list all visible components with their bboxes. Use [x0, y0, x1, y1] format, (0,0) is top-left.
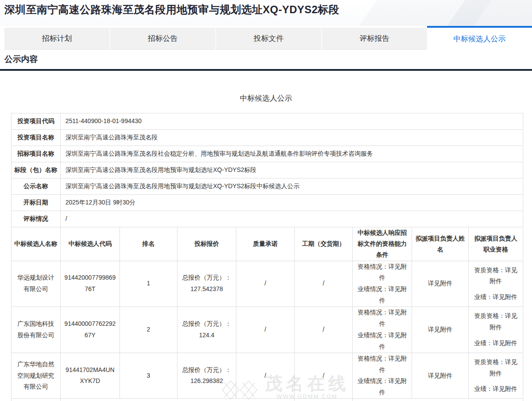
table-row: 公示名称 深圳至南宁高速公路珠海至茂名段用地预审与规划选址XQ-YDYS2标段中… — [11, 179, 523, 195]
qualification-line: 资格情况：详见附件 — [356, 307, 409, 330]
pm-performance-line: 业绩：详见附件 — [472, 383, 520, 395]
page-header: 深圳至南宁高速公路珠海至茂名段用地预审与规划选址XQ-YDYS2标段 — [0, 0, 532, 26]
info-label: 标段（包）名称 — [11, 162, 61, 179]
performance-line: 业绩情况：详见附件 — [356, 284, 409, 306]
pm-qualification-line: 资质资格：详见附件 — [472, 310, 520, 333]
tab-bid-documents[interactable]: 投标文件 — [215, 28, 321, 50]
pm-performance-line: 业绩：详见附件 — [472, 292, 520, 303]
table-row: 投资项目代码 2511-440900-18-01-994430 — [11, 113, 523, 130]
bid-price-cell: 总报价（万元）： 126.298382 — [177, 353, 236, 399]
column-header: 投标报价 — [177, 227, 236, 261]
qualification-cell: 资格情况：详见附件 业绩情况：详见附件 — [353, 261, 412, 307]
section-title: 公示内容 — [4, 54, 532, 65]
info-label: 投资项目代码 — [11, 113, 61, 130]
column-header: 中标候选人响应招标文件的资格能力条件 — [353, 227, 412, 261]
quality-commitment: / — [236, 353, 295, 399]
column-header: 工期（交货期） — [295, 227, 353, 261]
pm-qualification-cell: 资质资格：详见附件 业绩：详见附件 — [469, 307, 523, 353]
qualification-line: 资格情况：详见附件 — [356, 261, 409, 284]
qualification-cell: 资格情况：详见附件 业绩情况：详见附件 — [353, 353, 412, 399]
column-header: 中标候选人名称 — [11, 227, 61, 261]
bid-price-cell: 总报价（万元）： 124.4 — [177, 307, 236, 353]
quality-commitment: / — [236, 261, 295, 307]
contact-address-value: 广东省广州市天河区珠江东路32号 — [353, 399, 523, 401]
performance-line: 业绩情况：详见附件 — [356, 375, 409, 398]
pm-qualification-line: 资质资格：详见附件 — [472, 265, 520, 288]
table-row: 招标项目名称 深圳至南宁高速公路珠海至茂名段社会稳定分析、用地预审与规划选址及航… — [11, 146, 523, 162]
column-header: 中标候选人代码 — [61, 227, 120, 261]
candidate-row: 华远规划设计有限公司 91442000779986976T 1 总报价（万元）：… — [11, 261, 523, 307]
table-row: 异议受理部门 广东省政府还贷高速公路管理中心 联系地址 广东省广州市天河区珠江东… — [11, 399, 523, 401]
page-title: 深圳至南宁高速公路珠海至茂名段用地预审与规划选址XQ-YDYS2标段 — [4, 3, 339, 17]
candidate-code: 91441702MA4UNXYK7D — [61, 353, 120, 399]
candidate-name: 华远规划设计有限公司 — [11, 261, 61, 307]
info-label: 开标日期 — [11, 195, 61, 211]
info-value: 深圳至南宁高速公路珠海至茂名段社会稳定分析、用地预审与规划选址及航道通航条件影响… — [61, 146, 523, 162]
tab-bid-notice[interactable]: 招标公告 — [109, 28, 215, 50]
info-value: 2511-440900-18-01-994430 — [61, 113, 523, 130]
candidate-row: 广东华地自然空间规划研究有限公司 91441702MA4UNXYK7D 3 总报… — [11, 353, 523, 399]
info-label: 评标情况 — [11, 211, 61, 227]
info-value: / — [61, 211, 523, 227]
duration: / — [295, 307, 353, 353]
announcement-table: 投资项目代码 2511-440900-18-01-994430 投资项目名称 深… — [11, 113, 523, 401]
qualification-line: 资格情况：详见附件 — [356, 353, 409, 376]
section-divider — [0, 69, 532, 71]
info-value: 深圳至南宁高速公路珠海至茂名段用地预审与规划选址XQ-YDYS2标段中标候选人公… — [61, 179, 523, 195]
column-header: 拟派项目负责人姓名 — [412, 227, 469, 261]
announcement-title: 中标候选人公示 — [0, 93, 532, 103]
candidate-rank: 3 — [120, 353, 177, 399]
bid-price-value: 126.298382 — [181, 375, 233, 387]
tab-winning-candidates[interactable]: 中标候选人公示 — [427, 26, 532, 50]
qualification-cell: 资格情况：详见附件 业绩情况：详见附件 — [353, 307, 412, 353]
project-manager-name: 详见附件 — [412, 353, 469, 399]
objection-department-value: 广东省政府还贷高速公路管理中心 — [61, 399, 295, 401]
candidate-name: 广东华地自然空间规划研究有限公司 — [11, 353, 61, 399]
bid-price-label: 总报价（万元）： — [181, 272, 233, 284]
candidate-code: 91442000779986976T — [61, 261, 120, 307]
table-row: 开标日期 2025年12月30日 9时30分 — [11, 195, 523, 211]
pm-qualification-line: 资质资格：详见附件 — [472, 357, 520, 379]
contact-address-label: 联系地址 — [295, 399, 353, 401]
bid-price-cell: 总报价（万元）： 127.542378 — [177, 261, 236, 307]
duration: / — [295, 261, 353, 307]
project-manager-name: 详见附件 — [412, 307, 469, 353]
candidates-header-row: 中标候选人名称 中标候选人代码 排名 投标报价 质量承诺 工期（交货期） 中标候… — [11, 227, 523, 261]
column-header: 排名 — [120, 227, 177, 261]
info-value: 2025年12月30日 9时30分 — [61, 195, 523, 211]
bid-price-value: 124.4 — [181, 330, 233, 341]
bid-price-label: 总报价（万元）： — [181, 318, 233, 330]
table-row: 评标情况 / — [11, 211, 523, 227]
info-label: 招标项目名称 — [11, 146, 61, 162]
bid-price-value: 127.542378 — [181, 284, 233, 295]
column-header: 拟派项目负责人职业资格 — [469, 227, 523, 261]
candidate-rank: 2 — [120, 307, 177, 353]
info-value: 深圳至南宁高速公路珠海至茂名段 — [61, 130, 523, 146]
candidate-rank: 1 — [120, 261, 177, 307]
table-row: 标段（包）名称 深圳至南宁高速公路珠海至茂名段用地预审与规划选址XQ-YDYS2… — [11, 162, 523, 179]
pm-performance-line: 业绩：详见附件 — [472, 338, 520, 349]
tab-bid-plan[interactable]: 招标计划 — [4, 28, 109, 50]
column-header: 质量承诺 — [236, 227, 295, 261]
candidate-code: 91440000776229267Y — [61, 307, 120, 353]
quality-commitment: / — [236, 307, 295, 353]
pm-qualification-cell: 资质资格：详见附件 业绩：详见附件 — [469, 261, 523, 307]
objection-department-label: 异议受理部门 — [11, 399, 61, 401]
info-value: 深圳至南宁高速公路珠海至茂名段用地预审与规划选址XQ-YDYS2标段 — [61, 162, 523, 179]
pm-qualification-cell: 资质资格：详见附件 业绩：详见附件 — [469, 353, 523, 399]
candidate-name: 广东国地科技股份有限公司 — [11, 307, 61, 353]
info-label: 公示名称 — [11, 179, 61, 195]
performance-line: 业绩情况：详见附件 — [356, 330, 409, 353]
tab-bar: 招标计划 招标公告 投标文件 评标报告 中标候选人公示 — [0, 26, 532, 50]
tab-evaluation-report[interactable]: 评标报告 — [321, 28, 427, 50]
info-label: 投资项目名称 — [11, 130, 61, 146]
candidate-row: 广东国地科技股份有限公司 91440000776229267Y 2 总报价（万元… — [11, 307, 523, 353]
duration: / — [295, 353, 353, 399]
project-manager-name: 详见附件 — [412, 261, 469, 307]
table-row: 投资项目名称 深圳至南宁高速公路珠海至茂名段 — [11, 130, 523, 146]
bid-price-label: 总报价（万元）： — [181, 365, 233, 376]
